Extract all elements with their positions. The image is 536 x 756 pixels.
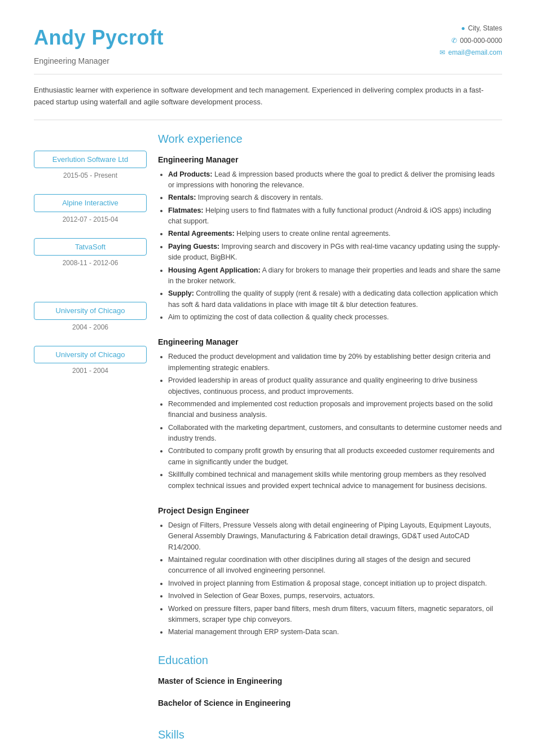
skills-title: Skills xyxy=(158,726,502,743)
edu-school-box-1: University of Chicago xyxy=(34,302,147,320)
edu-degree-2: Bachelor of Science in Engineering xyxy=(158,697,502,709)
bullet-2-6: Skillfully combined technical and manage… xyxy=(168,469,502,491)
work-experience-title: Work experience xyxy=(158,130,502,147)
job-entry-3: Project Design Engineer Design of Filter… xyxy=(158,505,502,638)
date-1: 2015-05 - Present xyxy=(34,170,147,181)
company-box-3: TatvaSoft xyxy=(34,238,147,256)
date-2: 2012-07 - 2015-04 xyxy=(34,214,147,225)
phone-row: ✆ 000-000-0000 xyxy=(440,35,502,47)
left-column: Everlution Software Ltd 2015-05 - Presen… xyxy=(34,130,158,743)
job-bullets-3: Design of Filters, Pressure Vessels alon… xyxy=(158,520,502,638)
bullet-2-4: Collaborated with the marketing departme… xyxy=(168,423,502,445)
bullet-2-5: Contributed to company profit growth by … xyxy=(168,446,502,468)
email-link[interactable]: email@email.com xyxy=(448,47,502,59)
bullet-1-4: Rental Agreements: Helping users to crea… xyxy=(168,228,502,239)
bullet-1-3: Flatmates: Helping users to find flatmat… xyxy=(168,205,502,227)
company-box-1: Everlution Software Ltd xyxy=(34,151,147,169)
job-title-1: Engineering Manager xyxy=(158,154,502,166)
candidate-name: Andy Pycroft xyxy=(34,23,164,53)
job-bullets-1: Ad Products: Lead & impression based pro… xyxy=(158,169,502,323)
bullet-2-2: Provided leadership in areas of product … xyxy=(168,375,502,397)
edu-entry-2: Bachelor of Science in Engineering xyxy=(158,697,502,709)
phone-text: 000-000-0000 xyxy=(460,35,502,47)
main-content: Everlution Software Ltd 2015-05 - Presen… xyxy=(34,130,502,743)
job-title-2: Engineering Manager xyxy=(158,336,502,348)
header-right: ● City, States ✆ 000-000-0000 ✉ email@em… xyxy=(440,23,502,59)
date-3: 2008-11 - 2012-06 xyxy=(34,258,147,268)
bullet-3-6: Material management through ERP system-D… xyxy=(168,627,502,638)
bullet-1-2: Rentals: Improving search & discovery in… xyxy=(168,192,502,203)
job-bullets-2: Reduced the product development and vali… xyxy=(158,351,502,491)
edu-entry-1: Master of Science in Engineering xyxy=(158,675,502,687)
email-row: ✉ email@email.com xyxy=(440,47,502,59)
job-title-3: Project Design Engineer xyxy=(158,505,502,517)
bullet-1-8: Aim to optimizing the cost of data colle… xyxy=(168,312,502,323)
bullet-1-7: Supply: Controlling the quality of suppl… xyxy=(168,288,502,310)
left-edu-entry-2: University of Chicago 2001 - 2004 xyxy=(34,346,147,376)
left-edu-entry-1: University of Chicago 2004 - 2006 xyxy=(34,302,147,332)
job-title: Engineering Manager xyxy=(34,55,164,67)
education-title: Education xyxy=(158,652,502,669)
header-divider xyxy=(34,74,502,74)
bullet-3-4: Involved in Selection of Gear Boxes, pum… xyxy=(168,591,502,601)
location-text: City, States xyxy=(468,23,502,35)
phone-icon: ✆ xyxy=(451,35,457,47)
edu-date-1: 2004 - 2006 xyxy=(34,322,147,332)
left-entry-1: Everlution Software Ltd 2015-05 - Presen… xyxy=(34,151,147,181)
email-icon: ✉ xyxy=(440,47,445,59)
location-row: ● City, States xyxy=(440,23,502,35)
bullet-3-5: Worked on pressure filters, paper band f… xyxy=(168,604,502,626)
left-entry-2: Alpine Interactive 2012-07 - 2015-04 xyxy=(34,194,147,225)
right-column: Work experience Engineering Manager Ad P… xyxy=(158,130,502,743)
bullet-1-5: Paying Guests: Improving search and disc… xyxy=(168,241,502,263)
bullet-3-3: Involved in project planning from Estima… xyxy=(168,578,502,589)
left-entry-3: TatvaSoft 2008-11 - 2012-06 xyxy=(34,238,147,269)
bullet-3-1: Design of Filters, Pressure Vessels alon… xyxy=(168,520,502,553)
bullet-1-6: Housing Agent Application: A diary for b… xyxy=(168,265,502,287)
header-left: Andy Pycroft Engineering Manager xyxy=(34,23,164,67)
header: Andy Pycroft Engineering Manager ● City,… xyxy=(34,23,502,67)
bullet-1-1: Ad Products: Lead & impression based pro… xyxy=(168,169,502,191)
edu-degree-1: Master of Science in Engineering xyxy=(158,675,502,687)
edu-school-box-2: University of Chicago xyxy=(34,346,147,364)
summary-text: Enthusiastic learner with experience in … xyxy=(34,85,502,108)
job-entry-2: Engineering Manager Reduced the product … xyxy=(158,336,502,491)
bullet-3-2: Maintained regular coordination with oth… xyxy=(168,555,502,577)
bullet-2-1: Reduced the product development and vali… xyxy=(168,351,502,373)
bullet-2-3: Recommended and implemented cost reducti… xyxy=(168,399,502,421)
edu-date-2: 2001 - 2004 xyxy=(34,366,147,376)
job-entry-1: Engineering Manager Ad Products: Lead & … xyxy=(158,154,502,323)
location-icon: ● xyxy=(461,23,465,35)
skills-section: Skills xyxy=(158,726,502,743)
company-box-2: Alpine Interactive xyxy=(34,194,147,212)
summary-divider xyxy=(34,120,502,120)
